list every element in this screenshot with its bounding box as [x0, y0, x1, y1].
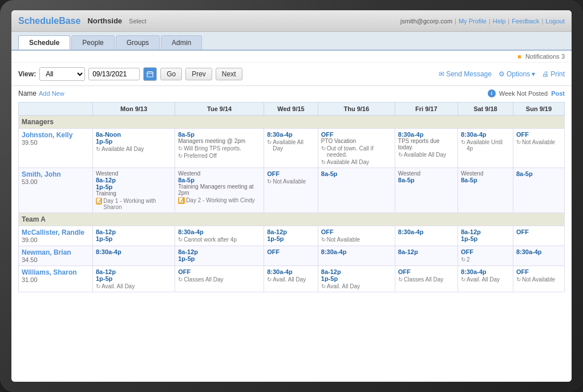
col-header-tue: Tue 9/14: [175, 103, 264, 116]
toolbar: View: All Go Prev: [11, 63, 572, 86]
cell-mcc-mon: 8a-12p 1p-5p: [93, 226, 175, 246]
person-hours-newman: 34.50: [22, 256, 90, 263]
cell-williams-sun: OFF ↻ Not Available: [513, 266, 564, 292]
cell-newman-thu: 8:30a-4p: [318, 246, 395, 266]
go-button[interactable]: Go: [160, 68, 182, 80]
tab-admin[interactable]: Admin: [161, 35, 202, 50]
nav-tabs: Schedule People Groups Admin: [11, 32, 572, 51]
add-new-link[interactable]: Add New: [39, 90, 64, 97]
help-link[interactable]: Help: [493, 18, 506, 24]
person-name-smith[interactable]: Smith, John: [22, 170, 90, 178]
schedule-table: Mon 9/13 Tue 9/14 Wed 9/15 Thu 9/16 Fri …: [18, 102, 565, 292]
table-row: McCallister, Randle 39.00 8a-12p 1p-5p 8…: [19, 226, 565, 246]
calendar-button[interactable]: [143, 67, 157, 81]
cell-mcc-fri: 8:30a-4p: [395, 226, 458, 246]
view-label: View:: [18, 70, 36, 78]
prev-button[interactable]: Prev: [185, 68, 212, 80]
person-name-johnston[interactable]: Johnston, Kelly: [22, 131, 90, 139]
cell-johnston-sun: OFF ↻ Not Available: [513, 129, 564, 168]
cell-smith-sun: 8a-5p: [513, 168, 564, 213]
name-header: Name Add New: [18, 87, 64, 100]
col-header-thu: Thu 9/16: [318, 103, 395, 116]
person-hours-smith: 53.00: [22, 178, 90, 185]
cell-smith-mon: Westend 8a-12p 1p-5p Training 📝 Day 1 - …: [93, 168, 175, 213]
gear-icon: ⚙: [499, 70, 505, 78]
notification-icon: ■: [517, 53, 521, 60]
print-icon: 🖨: [542, 70, 549, 78]
cell-johnston-thu: OFF PTO Vacation ↻ Out of town. Call if …: [318, 129, 395, 168]
company-name: Northside: [87, 17, 122, 25]
cell-mcc-tue: 8:30a-4p ↻ Cannot work after 4p: [175, 226, 264, 246]
tab-groups[interactable]: Groups: [116, 35, 160, 50]
user-nav: jsmith@gcorp.com | My Profile | Help | F…: [400, 18, 565, 24]
cell-newman-sun: 8:30a-4p: [513, 246, 564, 266]
tab-schedule[interactable]: Schedule: [18, 35, 70, 50]
cell-mcc-sun: OFF: [513, 226, 564, 246]
calendar-icon: [147, 71, 153, 77]
person-cell-williams: Williams, Sharon 31.00: [19, 266, 93, 292]
post-link[interactable]: Post: [551, 90, 565, 97]
user-email: jsmith@gcorp.com: [400, 18, 452, 24]
person-name-newman[interactable]: Newman, Brian: [22, 248, 90, 256]
table-row: Smith, John 53.00 Westend 8a-12p 1p-5p T…: [19, 168, 565, 213]
person-cell-smith: Smith, John 53.00: [19, 168, 93, 213]
print-link[interactable]: 🖨 Print: [542, 70, 565, 78]
col-header-mon: Mon 9/13: [93, 103, 175, 116]
cell-williams-sat: 8:30a-4p ↻ Avail. All Day: [458, 266, 513, 292]
info-icon: i: [488, 89, 496, 97]
cell-williams-thu: 8a-12p 1p-5p ↻ Avail. All Day: [318, 266, 395, 292]
person-hours-williams: 31.00: [22, 276, 90, 283]
cell-johnston-sat: 8:30a-4p ↻ Available Until 4p: [458, 129, 513, 168]
col-header-name: [19, 103, 93, 116]
cell-newman-mon: 8:30a-4p: [93, 246, 175, 266]
cell-williams-wed: 8:30a-4p ↻ Avail. All Day: [264, 266, 318, 292]
col-header-sun: Sun 9/19: [513, 103, 564, 116]
cell-williams-mon: 8a-12p 1p-5p ↻ Avail. All Day: [93, 266, 175, 292]
person-cell-newman: Newman, Brian 34.50: [19, 246, 93, 266]
person-hours-mccallister: 39.00: [22, 236, 90, 243]
svg-rect-0: [147, 72, 153, 77]
person-name-williams[interactable]: Williams, Sharon: [22, 268, 90, 276]
cell-newman-sat: OFF ↻ 2: [458, 246, 513, 266]
person-name-mccallister[interactable]: McCallister, Randle: [22, 228, 90, 236]
view-controls: View: All Go Prev: [18, 67, 242, 81]
table-row: Newman, Brian 34.50 8:30a-4p 8a-12p 1p-5…: [19, 246, 565, 266]
cell-johnston-tue: 8a-5p Managers meeting @ 2pm ↻ Will Brin…: [175, 129, 264, 168]
cell-mcc-sat: 8a-12p 1p-5p: [458, 226, 513, 246]
date-input[interactable]: [88, 68, 140, 80]
select-link[interactable]: Select: [129, 18, 147, 24]
logo-area: ScheduleBase Northside Select: [18, 16, 147, 26]
right-controls: ✉ Send Message ⚙ Options ▾ 🖨 Print: [439, 70, 565, 78]
cell-williams-fri: OFF ↻ Classes All Day: [395, 266, 458, 292]
schedule-wrapper: Name Add New i Week Not Posted Post Mon …: [11, 86, 572, 382]
envelope-icon: ✉: [439, 70, 444, 78]
tab-people[interactable]: People: [71, 35, 114, 50]
cell-johnston-mon: 8a-Noon 1p-5p ↻ Available All Day: [93, 129, 175, 168]
table-row: Williams, Sharon 31.00 8a-12p 1p-5p ↻ Av…: [19, 266, 565, 292]
my-profile-link[interactable]: My Profile: [459, 18, 487, 24]
cell-newman-fri: 8a-12p: [395, 246, 458, 266]
cell-smith-tue: Westend 8a-5p Training Managers meeting …: [175, 168, 264, 213]
feedback-link[interactable]: Feedback: [512, 18, 539, 24]
cell-smith-sat: Westend 8a-5p: [458, 168, 513, 213]
view-select[interactable]: All: [39, 67, 85, 81]
next-button[interactable]: Next: [216, 68, 242, 80]
logout-link[interactable]: Logout: [545, 18, 565, 24]
cell-williams-tue: OFF ↻ Classes All Day: [175, 266, 264, 292]
section-managers: Managers: [19, 116, 565, 129]
main-content: ■ Notifications 3 View: All: [11, 51, 572, 382]
cell-mcc-thu: OFF ↻ Not Available: [318, 226, 395, 246]
cell-mcc-wed: 8a-12p 1p-5p: [264, 226, 318, 246]
col-header-fri: Fri 9/17: [395, 103, 458, 116]
week-not-posted-text: Week Not Posted: [499, 90, 548, 97]
table-row: Johnston, Kelly 39.50 8a-Noon 1p-5p ↻ Av…: [19, 129, 565, 168]
week-notice: i Week Not Posted Post: [488, 87, 565, 100]
col-header-sat: Sat 9/18: [458, 103, 513, 116]
person-cell-johnston: Johnston, Kelly 39.50: [19, 129, 93, 168]
chevron-down-icon: ▾: [532, 70, 535, 78]
options-link[interactable]: ⚙ Options ▾: [499, 70, 535, 78]
name-label: Name: [18, 89, 37, 97]
cell-johnston-wed: 8:30a-4p ↻ Available All Day: [264, 129, 318, 168]
send-message-link[interactable]: ✉ Send Message: [439, 70, 492, 78]
col-header-wed: Wed 9/15: [264, 103, 318, 116]
